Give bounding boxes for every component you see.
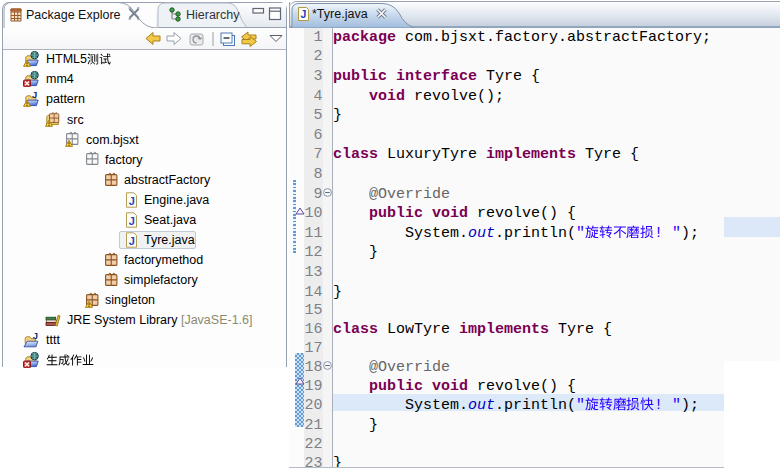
svg-text:J: J bbox=[129, 194, 135, 206]
svg-text:J: J bbox=[300, 8, 306, 20]
svg-text:J: J bbox=[129, 214, 135, 226]
svg-text:J: J bbox=[32, 91, 37, 100]
svg-text:J: J bbox=[129, 234, 135, 246]
svg-text:J: J bbox=[33, 332, 38, 341]
